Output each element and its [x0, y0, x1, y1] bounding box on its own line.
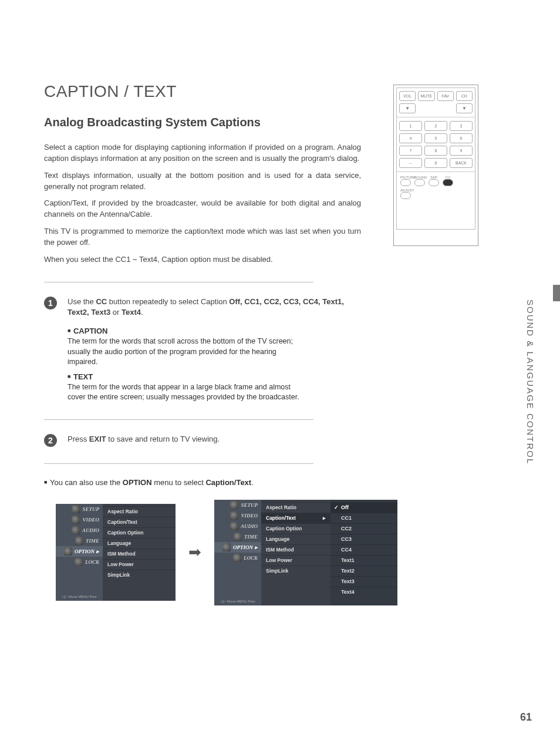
cc-label: CC [443, 176, 453, 179]
text-heading: TEXT [68, 372, 302, 381]
osd1-options: Aspect Ratio Caption/Text Caption Option… [103, 504, 176, 601]
key-1: 1 [399, 121, 422, 131]
osd-opt-captopt: Caption Option [103, 527, 176, 538]
picture-btn [400, 179, 411, 186]
para-1: Select a caption mode for displaying cap… [44, 142, 361, 164]
osd-nav-time: TIME [214, 531, 261, 542]
osd-opt-simp: SimpLink [261, 566, 330, 576]
audio-icon [72, 526, 80, 534]
section-side-label: SOUND & LANGUAGE CONTROL [525, 300, 535, 465]
page: CAPTION / TEXT Analog Broadcasting Syste… [0, 0, 560, 605]
osd-opt-low: Low Power [261, 555, 330, 566]
osd-opt-simp: SimpLink [103, 570, 176, 580]
section-subtitle: Analog Broadcasting System Captions [44, 116, 361, 129]
adjust-label: ADJUST [400, 189, 411, 192]
caption-text-label: Caption/Text [205, 478, 251, 487]
osd1-footer: ◁▷ Move MENU Prev [58, 594, 100, 598]
osd-opt-ism: ISM Method [103, 549, 176, 559]
exit-label: EXIT [89, 435, 106, 443]
remote-ch: CH [456, 91, 473, 101]
osd-nav-lock: LOCK [56, 557, 103, 567]
osd-nav-video: VIDEO [56, 514, 103, 525]
remote-mute: MUTE [418, 91, 434, 101]
osd-menu-2: SETUP VIDEO AUDIO TIME OPTION LOCK ◁▷ Mo… [214, 500, 397, 605]
sound-btn [414, 179, 425, 186]
video-icon [72, 516, 80, 524]
step-2: 2 Press EXIT to save and return to TV vi… [44, 434, 361, 447]
caption-desc: The term for the words that scroll acros… [68, 337, 302, 368]
osd-opt-aspect: Aspect Ratio [103, 506, 176, 517]
side-tab-marker [553, 285, 560, 301]
lock-icon [233, 554, 241, 562]
para-2: Text displays information, usually at th… [44, 170, 361, 193]
caption-definition: CAPTION The term for the words that scro… [68, 327, 302, 403]
remote-illustration: VOL MUTE FAV CH 123 456 789 –0BACK PICTU… [393, 85, 478, 246]
key-9: 9 [450, 146, 473, 156]
osd-nav-lock: LOCK [214, 553, 261, 563]
note-line: You can also use the OPTION menu to sele… [44, 478, 361, 487]
arrow-right-icon: ➡ [188, 543, 201, 561]
key-6: 6 [450, 133, 473, 143]
osd-nav-time: TIME [56, 536, 103, 546]
step-1-dot: . [141, 308, 143, 317]
note-pre: You can also use the [50, 478, 123, 487]
setup-icon [72, 505, 80, 513]
adjust-btn [400, 192, 411, 199]
osd2-values: Off CC1 CC2 CC3 CC4 Text1 Text2 Text3 Te… [330, 500, 397, 605]
key-dash: – [399, 158, 422, 168]
osd-val-cc1: CC1 [330, 513, 397, 523]
osd1-left-nav: SETUP VIDEO AUDIO TIME OPTION LOCK ◁▷ Mo… [56, 504, 103, 601]
osd-menu-1: SETUP VIDEO AUDIO TIME OPTION LOCK ◁▷ Mo… [56, 504, 176, 601]
caption-heading: CAPTION [68, 327, 302, 335]
osd-val-text4: Text4 [330, 587, 397, 597]
lock-icon [75, 558, 83, 566]
osd-val-text1: Text1 [330, 555, 397, 566]
osd2-left-nav: SETUP VIDEO AUDIO TIME OPTION LOCK ◁▷ Mo… [214, 500, 261, 605]
sound-label: SOUND [414, 176, 425, 179]
remote-vol-down-icon [399, 103, 416, 113]
osd2-options: Aspect Ratio Caption/Text▸ Caption Optio… [261, 500, 330, 605]
chevron-right-icon: ▸ [323, 513, 326, 523]
divider-3 [44, 463, 313, 464]
osd-val-off: Off [330, 502, 397, 513]
step-2-badge: 2 [44, 434, 57, 447]
key-2: 2 [424, 121, 447, 131]
key-5: 5 [424, 133, 447, 143]
key-0: 0 [424, 158, 447, 168]
key-3: 3 [450, 121, 473, 131]
step-1-last: Text4 [122, 308, 141, 317]
remote-ch-down-icon [456, 103, 473, 113]
osd-val-cc3: CC3 [330, 534, 397, 544]
para-3: Caption/Text, if provided by the broadca… [44, 198, 361, 220]
key-7: 7 [399, 146, 422, 156]
key-8: 8 [424, 146, 447, 156]
osd-opt-low: Low Power [103, 559, 176, 570]
step-2-text-a: Press [68, 435, 89, 443]
osd-val-text3: Text3 [330, 576, 397, 587]
key-back: BACK [450, 158, 473, 168]
divider-2 [44, 419, 313, 420]
osd-opt-ism: ISM Method [261, 544, 330, 555]
osd-opt-captopt: Caption Option [261, 523, 330, 534]
step-1-or: or [110, 308, 122, 317]
step-2-text-b: to save and return to TV viewing. [106, 435, 220, 443]
intro-text: Select a caption mode for displaying cap… [44, 142, 361, 265]
remote-fav: FAV [437, 91, 454, 101]
time-icon [75, 537, 83, 545]
time-icon [234, 533, 242, 541]
step-2-body: Press EXIT to save and return to TV view… [68, 434, 361, 447]
osd-nav-option: OPTION [56, 546, 103, 557]
picture-label: PICTURE [400, 176, 411, 179]
step-1-text-a: Use the [68, 297, 96, 306]
sap-btn [429, 179, 439, 186]
osd-val-cc2: CC2 [330, 523, 397, 534]
note-mid: menu to select [152, 478, 206, 487]
osd-nav-audio: AUDIO [56, 525, 103, 536]
osd-val-cc4: CC4 [330, 544, 397, 555]
step-1-badge: 1 [44, 297, 57, 309]
osd-opt-lang: Language [261, 534, 330, 544]
osd-nav-setup: SETUP [214, 500, 261, 510]
step-1-body: Use the CC button repeatedly to select C… [68, 297, 361, 319]
osd-nav-video: VIDEO [214, 510, 261, 521]
option-icon [222, 543, 231, 551]
